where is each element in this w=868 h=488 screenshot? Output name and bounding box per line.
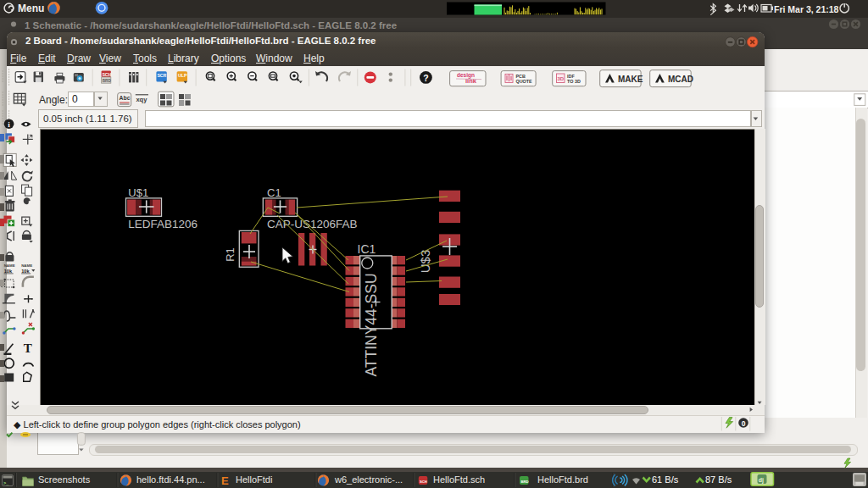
svg-text:LEDFAB1206: LEDFAB1206 bbox=[128, 218, 198, 230]
svg-text:C1: C1 bbox=[267, 186, 281, 199]
svg-text:CAP-US1206FAB: CAP-US1206FAB bbox=[267, 218, 358, 230]
svg-text:R1: R1 bbox=[224, 247, 236, 262]
svg-text:IC1: IC1 bbox=[358, 242, 376, 256]
svg-text:ATTINY44-SSU: ATTINY44-SSU bbox=[363, 273, 380, 376]
svg-text:U$1: U$1 bbox=[128, 186, 148, 199]
